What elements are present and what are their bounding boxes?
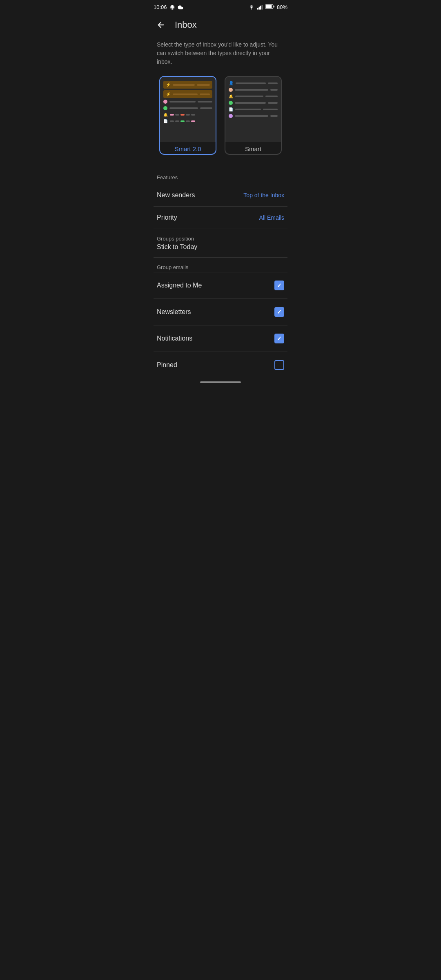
groups-position-section: Groups position Stick to Today [147,229,294,257]
card-row-green [163,106,212,110]
page-title: Inbox [175,20,197,30]
cloud-icon [178,4,183,10]
lightning-icon-1: ⚡ [166,82,171,87]
checkmark-0: ✓ [277,282,282,289]
dot-green [163,106,167,110]
svg-rect-2 [260,5,261,9]
bottom-indicator [147,378,294,388]
priority-row[interactable]: Priority All Emails [147,207,294,229]
group-emails-section-label: Group emails [147,258,294,272]
page-description: Select the type of Inbox you'd like to a… [147,36,294,76]
checkbox-label-0: Assigned to Me [157,282,202,289]
status-time: 10:06 [154,4,183,10]
bell-icon: 🔔 [163,113,168,117]
dot-peach [229,88,233,92]
person-icon: 👤 [229,81,234,85]
smart-doc-icon: 📄 [229,107,233,111]
checkmark-1: ✓ [277,309,282,315]
smart2-label: Smart 2.0 [160,142,216,154]
alert-icon [169,4,175,10]
svg-rect-1 [258,7,260,9]
svg-rect-0 [257,8,258,9]
checkbox-2[interactable]: ✓ [274,334,284,343]
battery-shape [265,4,274,9]
priority-value: All Emails [259,214,284,221]
signal-icon [257,5,263,10]
svg-rect-3 [261,5,263,9]
smart-bell-icon: 🔔 [229,94,233,98]
back-button[interactable] [154,18,168,32]
features-section-label: Features [147,166,294,184]
checkbox-3[interactable] [274,360,284,370]
dot-pink [163,100,167,104]
new-senders-label: New senders [157,192,195,199]
smart-row-green [229,101,278,105]
checkbox-row-0[interactable]: Assigned to Me ✓ [147,272,294,298]
smart-dot-green [229,101,233,105]
dot-purple [229,114,233,118]
checkmark-2: ✓ [277,335,282,342]
checkbox-label-2: Notifications [157,335,192,342]
card-header-bar-1: ⚡ [163,81,212,89]
checkbox-label-3: Pinned [157,361,177,369]
smart-card[interactable]: 👤 🔔 📄 [225,76,282,155]
priority-label: Priority [157,214,177,221]
checkbox-1[interactable]: ✓ [274,307,284,317]
battery-icon [265,4,274,10]
smart-label: Smart [225,142,281,154]
status-icons: 80% [248,4,287,10]
groups-position-value: Stick to Today [157,243,284,251]
smart-row-peach [229,88,278,92]
new-senders-value: Top of the Inbox [243,192,284,198]
smart2-card[interactable]: ⚡ ⚡ 🔔 [159,76,216,155]
doc-icon: 📄 [163,119,168,123]
checkbox-label-1: Newsletters [157,308,191,316]
checkbox-0[interactable]: ✓ [274,281,284,290]
smart-row-bell: 🔔 [229,94,278,98]
smart-row-purple [229,114,278,118]
svg-rect-5 [266,5,272,8]
card-row-bell: 🔔 [163,113,212,117]
card-header-bar-2: ⚡ [163,90,212,98]
inbox-type-selector: ⚡ ⚡ 🔔 [147,76,294,166]
checkbox-row-3[interactable]: Pinned [147,352,294,378]
lightning-icon-2: ⚡ [166,92,171,96]
groups-position-label: Groups position [157,236,284,242]
status-bar: 10:06 80% [147,0,294,13]
card-row-pink [163,100,212,104]
smart-row-person: 👤 [229,81,278,85]
checkbox-row-1[interactable]: Newsletters ✓ [147,299,294,325]
smart-row-doc: 📄 [229,107,278,111]
svg-rect-6 [274,6,274,8]
new-senders-row[interactable]: New senders Top of the Inbox [147,184,294,206]
card-row-doc: 📄 [163,119,212,123]
wifi-icon [248,5,255,10]
home-bar [200,381,241,383]
page-header: Inbox [147,13,294,36]
checkbox-row-2[interactable]: Notifications ✓ [147,325,294,352]
